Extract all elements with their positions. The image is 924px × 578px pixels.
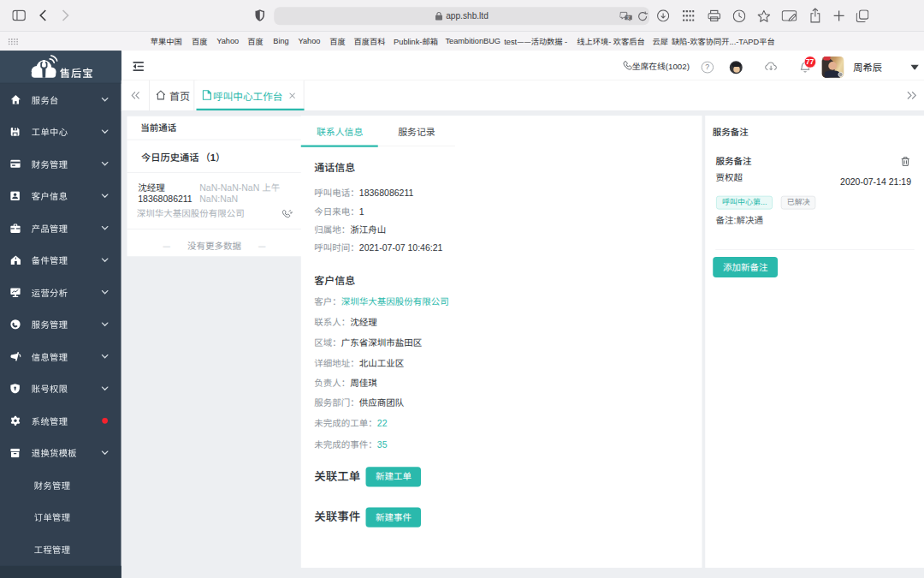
svg-text:文: 文: [626, 15, 631, 20]
